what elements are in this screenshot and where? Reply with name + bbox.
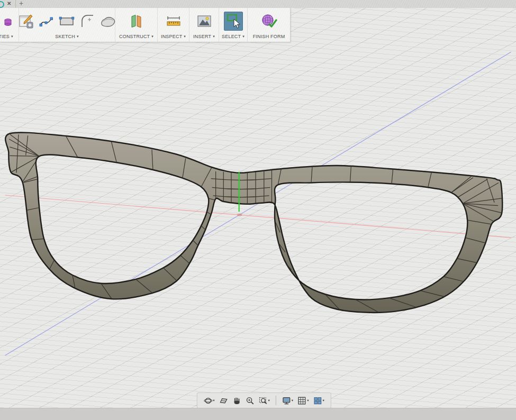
construction-plane-icon <box>129 13 144 29</box>
pan-button[interactable] <box>231 396 242 406</box>
grid-settings-icon <box>297 396 306 405</box>
tspline-mesh-edges <box>9 134 502 312</box>
look-at-button[interactable] <box>218 396 229 406</box>
display-settings-button[interactable]: ▾ <box>281 396 294 406</box>
toolbar-group-label: SELECT ▾ <box>222 34 245 42</box>
insert-image-button[interactable] <box>196 14 212 29</box>
toolbar-group-select: SELECT ▾ <box>219 8 248 42</box>
toolbar-group-construct: CONSTRUCT ▾ <box>115 8 158 42</box>
viewport-3d[interactable]: ▾ <box>0 8 516 408</box>
pan-icon <box>232 396 241 405</box>
measure-button[interactable] <box>166 14 182 29</box>
toolbar-group-inspect: INSPECT ▾ <box>158 8 189 42</box>
fillet-button[interactable] <box>80 13 95 29</box>
eyeglasses-frame-body <box>5 132 502 312</box>
view-navbar: ▾ <box>196 392 331 408</box>
finish-form-button[interactable] <box>260 13 277 29</box>
fusion360-window: ✕ + ▾ <box>0 0 516 420</box>
toolbar-group-label: FINISH FORM <box>253 34 285 42</box>
toolbar-group-label: UTILITIES ▾ <box>0 34 13 42</box>
toolbar-group-insert: INSERT ▾ <box>189 8 219 42</box>
dropdown-caret: ▾ <box>268 399 270 403</box>
grid-settings-button[interactable]: ▾ <box>296 396 310 406</box>
zoom-icon <box>246 396 255 405</box>
patch-icon <box>99 14 116 29</box>
viewports-button[interactable]: ▾ <box>312 396 325 406</box>
fillet-icon <box>80 13 95 29</box>
model-scene <box>0 8 516 408</box>
toolbar-group-utilities: UTILITIES ▾ <box>0 8 19 42</box>
dropdown-caret: ▾ <box>213 399 214 403</box>
toolbar-group-label: SKETCH ▾ <box>55 34 78 42</box>
toolbar: UTILITIES ▾ <box>0 8 291 42</box>
viewports-icon <box>313 396 322 405</box>
x-axis-line <box>5 195 511 238</box>
fit-zoom-window-button[interactable]: ▾ <box>258 396 271 406</box>
patch-button[interactable] <box>99 14 116 29</box>
origin-point <box>237 214 242 216</box>
orbit-button[interactable]: ▾ <box>202 396 215 406</box>
dropdown-caret: ▾ <box>184 34 186 39</box>
finish-form-icon <box>260 13 277 29</box>
navbar-divider <box>276 396 276 405</box>
construction-plane-button[interactable] <box>129 13 144 29</box>
document-tabbar: ✕ + <box>0 0 516 8</box>
dropdown-caret: ▾ <box>292 399 293 403</box>
convert-utility-icon <box>2 14 14 28</box>
dropdown-caret: ▾ <box>77 34 79 39</box>
utility-tool-button[interactable] <box>2 14 14 28</box>
fit-zoom-window-icon <box>259 396 268 405</box>
zoom-button[interactable] <box>245 396 256 406</box>
document-tab-icon <box>0 1 4 8</box>
close-tab-icon[interactable]: ✕ <box>7 1 11 6</box>
tab-divider <box>15 0 16 8</box>
dropdown-caret: ▾ <box>307 399 309 403</box>
dropdown-caret: ▾ <box>242 34 245 39</box>
z-axis-line <box>5 52 511 355</box>
create-sketch-button[interactable] <box>18 13 34 29</box>
select-button[interactable] <box>224 12 243 31</box>
toolbar-group-label: INSPECT ▾ <box>161 34 186 42</box>
toolbar-group-sketch: SKETCH ▾ <box>19 8 115 42</box>
orbit-icon <box>203 396 212 405</box>
spline-button[interactable] <box>39 14 53 29</box>
toolbar-group-label: CONSTRUCT ▾ <box>119 34 153 42</box>
spline-icon <box>39 14 53 29</box>
rectangle-icon <box>58 14 75 29</box>
select-cursor-icon <box>224 12 242 30</box>
look-at-icon <box>219 396 228 405</box>
display-settings-icon <box>282 396 291 405</box>
toolbar-group-finish-form: FINISH FORM <box>248 8 290 42</box>
dropdown-caret: ▾ <box>322 399 324 403</box>
measure-icon <box>166 14 182 29</box>
rectangle-button[interactable] <box>58 14 75 29</box>
toolbar-group-label: INSERT ▾ <box>193 34 215 42</box>
timeline-strip <box>0 408 516 420</box>
new-tab-button[interactable]: + <box>19 0 23 7</box>
dropdown-caret: ▾ <box>213 34 215 39</box>
insert-image-icon <box>196 14 212 29</box>
create-sketch-icon <box>18 13 34 29</box>
dropdown-caret: ▾ <box>151 34 153 39</box>
dropdown-caret: ▾ <box>11 34 13 39</box>
